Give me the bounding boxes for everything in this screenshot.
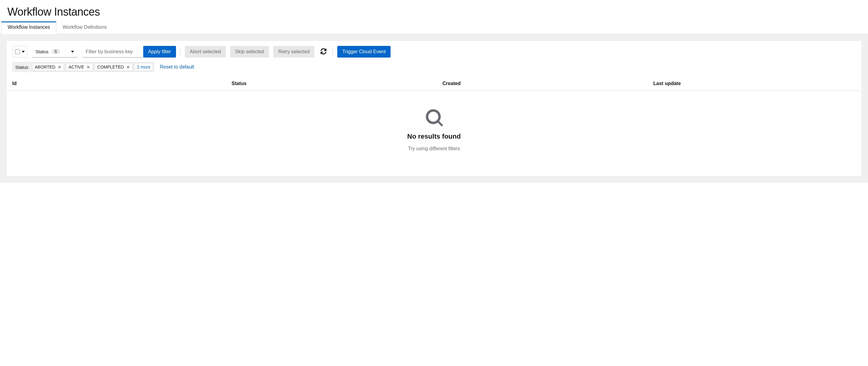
select-all-checkbox[interactable]	[15, 49, 20, 54]
separator	[333, 48, 333, 56]
chevron-down-icon	[71, 51, 74, 53]
close-icon[interactable]: ✕	[126, 65, 130, 69]
tab-workflow-instances[interactable]: Workflow Instances	[1, 22, 56, 34]
trigger-cloud-event-button[interactable]: Trigger Cloud Event	[337, 46, 391, 58]
select-all-dropdown[interactable]	[12, 46, 28, 58]
separator	[180, 48, 181, 56]
retry-selected-button: Retry selected	[273, 46, 314, 58]
toolbar: Status 5 Apply filter Abort selected Ski…	[7, 41, 861, 62]
close-icon[interactable]: ✕	[58, 65, 61, 69]
empty-state-title: No results found	[407, 132, 461, 141]
close-icon[interactable]: ✕	[87, 65, 90, 69]
refresh-icon	[320, 48, 327, 55]
chip-completed: COMPLETED ✕	[95, 63, 132, 71]
status-filter-count-badge: 5	[52, 49, 60, 54]
apply-filter-button[interactable]: Apply filter	[143, 46, 176, 58]
chip-label: ACTIVE	[68, 65, 84, 69]
status-filter-dropdown[interactable]: Status 5	[32, 46, 78, 58]
chip-more[interactable]: 2 more	[134, 63, 153, 71]
empty-state: No results found Try using different fil…	[7, 91, 861, 176]
empty-state-subtitle: Try using different filters	[408, 146, 460, 151]
column-header-id[interactable]: Id	[12, 81, 232, 86]
skip-selected-button: Skip selected	[230, 46, 269, 58]
chip-label: ABORTED	[35, 65, 55, 69]
page-title: Workflow Instances	[7, 5, 861, 18]
chip-label: COMPLETED	[97, 65, 124, 69]
abort-selected-button: Abort selected	[185, 46, 226, 58]
column-header-last-update[interactable]: Last update	[653, 81, 856, 86]
chip-group-label: Status	[13, 65, 30, 70]
column-header-created[interactable]: Created	[442, 81, 653, 86]
table-header: Id Status Created Last update	[7, 77, 861, 91]
chevron-down-icon	[22, 51, 25, 53]
chip-aborted: ABORTED ✕	[32, 63, 64, 71]
reset-to-default-button[interactable]: Reset to default	[157, 63, 196, 71]
search-icon	[425, 109, 443, 127]
chip-active: ACTIVE ✕	[66, 63, 93, 71]
column-header-status[interactable]: Status	[232, 81, 442, 86]
business-key-input[interactable]	[82, 46, 143, 58]
status-chip-group: Status ABORTED ✕ ACTIVE ✕ COMPLETED ✕ 2 …	[12, 62, 154, 72]
tabs: Workflow Instances Workflow Definitions	[0, 22, 868, 34]
refresh-button[interactable]	[319, 47, 329, 57]
tab-workflow-definitions[interactable]: Workflow Definitions	[56, 22, 113, 34]
filter-chips-row: Status ABORTED ✕ ACTIVE ✕ COMPLETED ✕ 2 …	[7, 62, 861, 77]
status-filter-label: Status	[35, 49, 49, 54]
